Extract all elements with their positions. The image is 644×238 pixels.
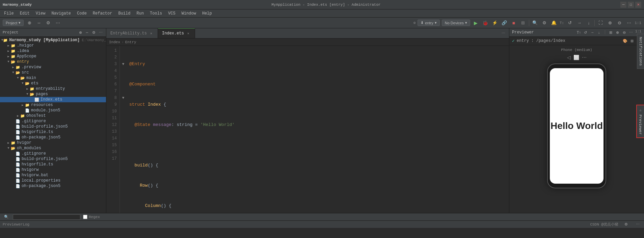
stop-button[interactable]: ■ bbox=[510, 19, 517, 27]
statusbar-more-icon[interactable]: ⋯ bbox=[634, 221, 641, 228]
regex-checkbox[interactable] bbox=[83, 215, 87, 219]
entry-dropdown[interactable]: ⬇ entry ▾ bbox=[418, 20, 439, 26]
tree-item-oh-package-entry[interactable]: ▶ 📄 oh-package.json5 bbox=[0, 135, 106, 140]
tree-item-harmony-root[interactable]: ▼ 📁 Harmony_study [MyApplication] E:\Har… bbox=[0, 37, 106, 43]
menu-build[interactable]: Build bbox=[115, 10, 133, 17]
gutter-3[interactable]: ▼ bbox=[120, 61, 127, 68]
previewer-settings-icon[interactable]: ↓ bbox=[596, 30, 602, 35]
debug-button[interactable]: 🐞 bbox=[482, 19, 489, 27]
tree-item-hvigor[interactable]: ▶ 📁 .hvigor bbox=[0, 43, 106, 48]
code-content[interactable]: @Entry @Component struct Index { @State … bbox=[127, 46, 509, 213]
filetree-settings-icon[interactable]: ⚙ bbox=[91, 30, 97, 35]
tree-item-build-profile-entry[interactable]: ▶ 📄 build-profile.json5 bbox=[0, 124, 106, 129]
phone-home-button[interactable]: ⬜ bbox=[573, 55, 579, 60]
menu-navigate[interactable]: Navigate bbox=[49, 10, 74, 17]
previewer-right-tab[interactable]: ☆ Previewer bbox=[636, 105, 644, 138]
tree-item-preview[interactable]: ▶ 📁 .preview bbox=[0, 64, 106, 70]
tree-item-entryability[interactable]: ▶ 📁 entryability bbox=[0, 86, 106, 91]
menu-vcs[interactable]: VCS bbox=[165, 10, 178, 17]
tree-item-oh-package-root[interactable]: ▶ 📄 oh-package.json5 bbox=[0, 183, 106, 189]
attach-button[interactable]: 🔗 bbox=[501, 19, 508, 27]
phone-back-button[interactable]: ◁ bbox=[567, 55, 571, 60]
fullscreen-button[interactable]: ⛶ bbox=[597, 19, 604, 27]
search-button[interactable]: 🔍 bbox=[531, 19, 539, 27]
previewer-more-icon[interactable]: ⋯ bbox=[628, 30, 634, 35]
minimize-button[interactable]: ─ bbox=[620, 2, 626, 8]
previewer-path-palette-icon[interactable]: 🎨 bbox=[622, 38, 628, 44]
code-editor[interactable]: 1 2 3 4 5 6 7 8 9 10 11 12 13 14 15 16 1… bbox=[106, 46, 509, 213]
menu-window[interactable]: Window bbox=[179, 10, 199, 17]
add-module-button[interactable]: ⊕ bbox=[26, 19, 33, 27]
previewer-layout-icon[interactable]: ⊞ bbox=[608, 30, 614, 35]
tab-entryability-close[interactable]: ✕ bbox=[149, 31, 154, 36]
menu-code[interactable]: Code bbox=[74, 10, 89, 17]
close-button[interactable]: ✕ bbox=[635, 2, 641, 8]
tab-index-close[interactable]: ✕ bbox=[186, 31, 191, 36]
tree-item-idea[interactable]: ▶ 📁 .idea bbox=[0, 48, 106, 54]
more-options-button[interactable]: ⋯ bbox=[625, 19, 633, 27]
previewer-inspect-icon[interactable]: ⊕ bbox=[615, 30, 620, 35]
tree-item-hvigor-folder[interactable]: ▶ 📁 hvigor bbox=[0, 140, 106, 146]
tree-item-resources[interactable]: ▶ 📁 resources bbox=[0, 102, 106, 108]
tree-item-gitignore-entry[interactable]: ▶ 📄 .gitignore bbox=[0, 118, 106, 124]
filetree-sync-icon[interactable]: ↔ bbox=[84, 30, 90, 35]
zoom-out-button[interactable]: ⊖ bbox=[616, 19, 623, 27]
tree-item-module-json5[interactable]: ▶ 📄 module.json5 bbox=[0, 108, 106, 113]
filetree-more-icon[interactable]: ⋯ bbox=[98, 30, 103, 35]
tab-index-ets[interactable]: Index.ets ✕ bbox=[158, 28, 195, 38]
menu-edit[interactable]: Edit bbox=[17, 10, 32, 17]
phone-more-button[interactable]: ⋯ bbox=[582, 55, 587, 60]
menu-view[interactable]: View bbox=[33, 10, 48, 17]
device-dropdown[interactable]: No Devices ▾ bbox=[442, 20, 470, 26]
sync-button[interactable]: ↔ bbox=[35, 19, 43, 27]
tab-options-button[interactable]: ⋯ bbox=[500, 30, 506, 36]
tree-item-hvigorw[interactable]: ▶ 📄 hvigorw bbox=[0, 167, 106, 173]
refresh-icon-btn[interactable]: ↺ bbox=[566, 19, 573, 27]
gear-icon-btn[interactable]: ⚙ bbox=[541, 19, 548, 27]
tree-item-hvigorfile-root[interactable]: ▶ 📄 hvigorfile.ts bbox=[0, 162, 106, 167]
tree-item-ohostest[interactable]: ▶ 📁 ohosTest bbox=[0, 113, 106, 118]
menu-help[interactable]: Help bbox=[199, 10, 215, 17]
tree-item-index-ets[interactable]: ▶ ⬜ Index.ets bbox=[0, 97, 106, 102]
gutter-8[interactable]: ▼ bbox=[120, 95, 127, 101]
tree-item-build-root[interactable]: ▶ 📄 build-profile.json5 bbox=[0, 156, 106, 162]
project-dropdown[interactable]: Project ▾ bbox=[3, 20, 24, 26]
coverage-button[interactable]: ⊞ bbox=[519, 19, 527, 27]
menu-tools[interactable]: Tools bbox=[147, 10, 165, 17]
menu-refactor[interactable]: Refactor bbox=[90, 10, 115, 17]
tree-item-oh-modules[interactable]: ▼ 📂 oh_modules bbox=[0, 146, 106, 151]
search-magnify-icon[interactable]: 🔍 bbox=[3, 213, 10, 221]
search-input[interactable] bbox=[13, 214, 80, 220]
regex-checkbox-label[interactable]: Regex bbox=[83, 215, 100, 219]
tree-item-gitignore-root[interactable]: ▶ 📄 .gitignore bbox=[0, 151, 106, 156]
tree-item-appscope[interactable]: ▶ 📁 AppScope bbox=[0, 54, 106, 59]
notifications-button[interactable]: 🔔 bbox=[550, 19, 558, 27]
statusbar-settings-icon[interactable]: ⚙ bbox=[622, 221, 630, 228]
tree-item-main[interactable]: ▼ 📂 main bbox=[0, 75, 106, 81]
tree-item-hvigorw-bat[interactable]: ▶ 📄 hvigorw.bat bbox=[0, 173, 106, 178]
previewer-zoom-out-icon[interactable]: ⊖ bbox=[622, 30, 627, 35]
zoom-in-button[interactable]: ⊕ bbox=[606, 19, 614, 27]
menu-run[interactable]: Run bbox=[134, 10, 146, 17]
tree-item-src[interactable]: ▼ 📂 src bbox=[0, 70, 106, 75]
menu-file[interactable]: File bbox=[1, 10, 17, 17]
previewer-arrow-right-icon[interactable]: → bbox=[590, 30, 595, 35]
notifications-side-tab[interactable]: Notifications bbox=[637, 34, 644, 69]
settings-button[interactable]: ⚙ bbox=[45, 19, 52, 27]
tree-item-local-properties[interactable]: ▶ 📄 local.properties bbox=[0, 178, 106, 183]
filetree-add-icon[interactable]: ⊕ bbox=[78, 30, 83, 35]
maximize-button[interactable]: □ bbox=[628, 2, 634, 8]
arrow-down-btn[interactable]: ↓ bbox=[585, 19, 592, 27]
arrow-right-btn[interactable]: → bbox=[575, 19, 583, 27]
tree-item-ets[interactable]: ▼ 📂 ets bbox=[0, 81, 106, 86]
previewer-path-inspect-icon[interactable]: ⊞ bbox=[629, 38, 635, 44]
more-button[interactable]: ⋯ bbox=[54, 19, 61, 27]
previewer-font-up-icon[interactable]: T↑ bbox=[576, 30, 582, 35]
previewer-refresh-icon[interactable]: ↺ bbox=[583, 30, 588, 35]
tree-item-hvigorfile-entry[interactable]: ▶ 📄 hvigorfile.ts bbox=[0, 129, 106, 135]
tab-entryability[interactable]: EntryAbility.ts ✕ bbox=[106, 28, 158, 38]
tree-item-pages[interactable]: ▼ 📂 pages bbox=[0, 91, 106, 97]
profile-button[interactable]: ⚡ bbox=[491, 19, 499, 27]
run-button[interactable]: ▶ bbox=[472, 19, 480, 27]
tree-item-entry[interactable]: ▼ 📂 entry bbox=[0, 59, 106, 64]
